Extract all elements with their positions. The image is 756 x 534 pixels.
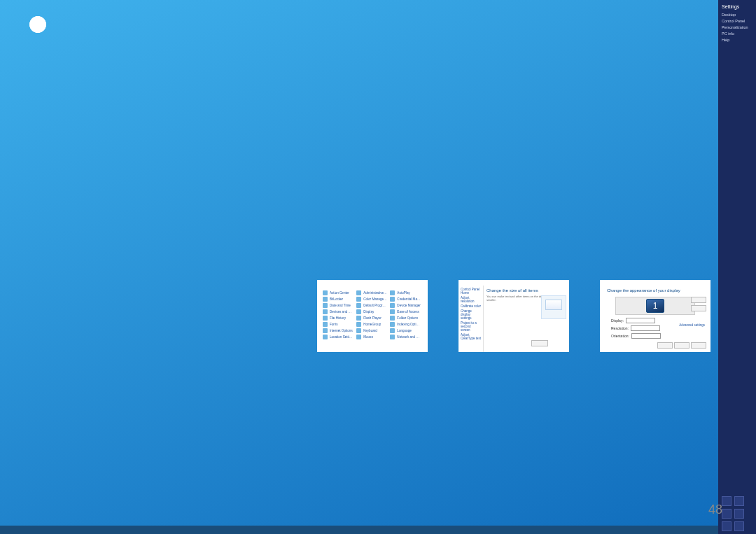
cp-item: Ease of Access — [388, 309, 422, 315]
cp-item: Action Center — [321, 290, 355, 296]
monitor-preview: 1 — [615, 297, 695, 315]
cp-item-icon — [323, 316, 328, 321]
row-display: Display: — [611, 318, 655, 323]
list-item: Calibrate color — [461, 304, 481, 308]
list-item: Adjust ClearType text — [461, 333, 481, 340]
apply-button — [531, 340, 548, 346]
cp-item-icon — [390, 297, 395, 302]
cp-item-label: Network and Sharing — [397, 335, 421, 339]
win8-step4-display: Control Panel HomeAdjust resolutionCalib… — [458, 274, 570, 353]
cp-item-icon — [390, 290, 395, 295]
cp-item-label: Credential Manager — [397, 297, 421, 301]
cp-item: Date and Time — [321, 302, 355, 309]
row-resolution: Resolution: — [611, 325, 660, 331]
cp-item-icon — [390, 335, 395, 339]
page-content: Endre oppløsningen på Windows 7 Gå til K… — [34, 45, 722, 353]
win8-step3-controlpanel: Action CenterAdministrative ToolsAutoPla… — [316, 274, 428, 353]
cp-item-icon — [390, 309, 395, 314]
cp-item-icon — [323, 328, 328, 333]
cp-item-icon — [356, 322, 361, 327]
cp-item-icon — [323, 297, 328, 302]
cp-item: File History — [321, 315, 355, 321]
cp-item-icon — [356, 290, 361, 295]
cp-item-label: Flash Player — [363, 316, 382, 320]
cp-item-icon — [390, 328, 395, 333]
cp-item: Administrative Tools — [355, 290, 388, 296]
apply-button — [691, 342, 706, 349]
row-orientation: Orientation: — [611, 333, 661, 339]
select-resolution — [631, 325, 660, 331]
cp-item: Flash Player — [355, 315, 388, 321]
cp-item-label: Action Center — [330, 291, 349, 295]
select-display — [626, 318, 655, 323]
cp-item: Color Management — [355, 296, 388, 302]
cp-item-label: Administrative Tools — [363, 291, 387, 295]
cp-item: HomeGroup — [355, 321, 388, 328]
cp-item-label: Date and Time — [330, 304, 351, 307]
cp-item-icon — [323, 303, 328, 308]
cp-item: Mouse — [355, 334, 388, 340]
cp-item: Devices and Printers — [321, 309, 355, 315]
cp-item: Display — [355, 309, 388, 315]
win8-steps-row: • • • • • Settings DesktopControl PanelP… — [34, 274, 722, 353]
cp-item-label: Device Manager — [397, 304, 420, 307]
display-sidebar: Control Panel HomeAdjust resolutionCalib… — [458, 286, 484, 352]
cp-item: Language — [388, 328, 422, 334]
cp-item: BitLocker — [321, 296, 355, 302]
cp-item: Fonts — [321, 321, 355, 328]
cp-item-icon — [356, 303, 361, 308]
cp-item-label: Fonts — [330, 323, 338, 326]
list-item: Change display settings — [461, 309, 481, 320]
cp-item-label: Devices and Printers — [330, 310, 354, 314]
select-orientation — [631, 333, 661, 339]
cp-item-icon — [323, 322, 328, 327]
cp-item-icon — [323, 309, 328, 314]
cp-item-label: Location Settings — [330, 335, 354, 339]
cp-item-icon — [356, 335, 361, 339]
window-body: Control Panel HomeAdjust resolutionCalib… — [458, 280, 569, 352]
resolution-head: Change the appearance of your display — [607, 288, 680, 293]
list-item: Control Panel Home — [461, 288, 481, 295]
cp-item: Indexing Options — [388, 321, 422, 328]
cp-item: Credential Manager — [388, 296, 422, 302]
list-item: Adjust resolution — [461, 296, 481, 303]
window-body: Change the appearance of your display 1 … — [600, 280, 710, 352]
cp-item-icon — [390, 322, 395, 327]
desktop-bg — [175, 274, 287, 353]
win8-step2-settings: Settings DesktopControl PanelPersonaliza… — [175, 274, 287, 353]
cp-item-label: Internet Options — [330, 329, 353, 332]
monitor-1-icon: 1 — [646, 299, 664, 313]
cp-item-label: File History — [330, 316, 346, 320]
page-number: 48 — [708, 503, 722, 517]
cp-item-label: Keyboard — [363, 329, 377, 332]
cp-item-label: Language — [397, 329, 411, 332]
cp-item-icon — [356, 297, 361, 302]
cp-item-label: Display — [363, 310, 374, 314]
cp-item-label: Ease of Access — [397, 310, 419, 314]
cp-item-icon — [323, 335, 328, 339]
cp-item-label: AutoPlay — [397, 291, 410, 295]
cp-item-label: BitLocker — [330, 297, 343, 301]
cp-item: Device Manager — [388, 302, 422, 309]
cp-item-icon — [390, 303, 395, 308]
cp-item: Internet Options — [321, 328, 355, 334]
cp-grid: Action CenterAdministrative ToolsAutoPla… — [321, 290, 424, 340]
cp-item-icon — [356, 316, 361, 321]
cp-item: Network and Sharing — [388, 334, 422, 340]
display-head: Change the size of all items — [486, 288, 566, 293]
cp-item-label: Color Management — [363, 297, 387, 301]
preview-monitor-icon — [541, 295, 566, 319]
advanced-link: Advanced settings — [679, 323, 705, 327]
ok-button — [657, 342, 673, 349]
detect-button — [691, 297, 706, 303]
window-body: Action CenterAdministrative ToolsAutoPla… — [317, 280, 428, 352]
cp-item-icon — [323, 290, 328, 295]
cp-item-icon — [356, 309, 361, 314]
list-item: Project to a second screen — [461, 321, 481, 332]
cp-item: Location Settings — [321, 334, 355, 340]
cp-item: Keyboard — [355, 328, 388, 334]
cp-item: AutoPlay — [388, 290, 422, 296]
cp-item-icon — [390, 316, 395, 321]
identify-button — [691, 305, 706, 311]
cp-item: Default Programs — [355, 302, 388, 309]
